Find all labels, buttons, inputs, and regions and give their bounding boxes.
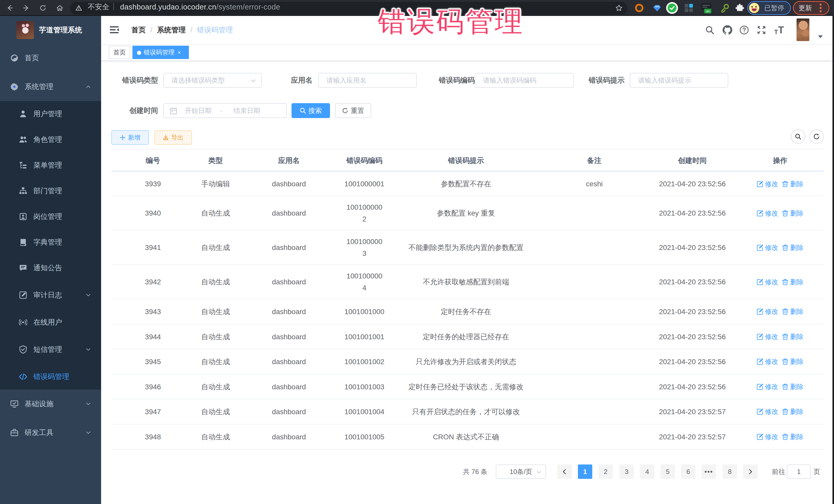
- svg-text:on: on: [706, 9, 709, 13]
